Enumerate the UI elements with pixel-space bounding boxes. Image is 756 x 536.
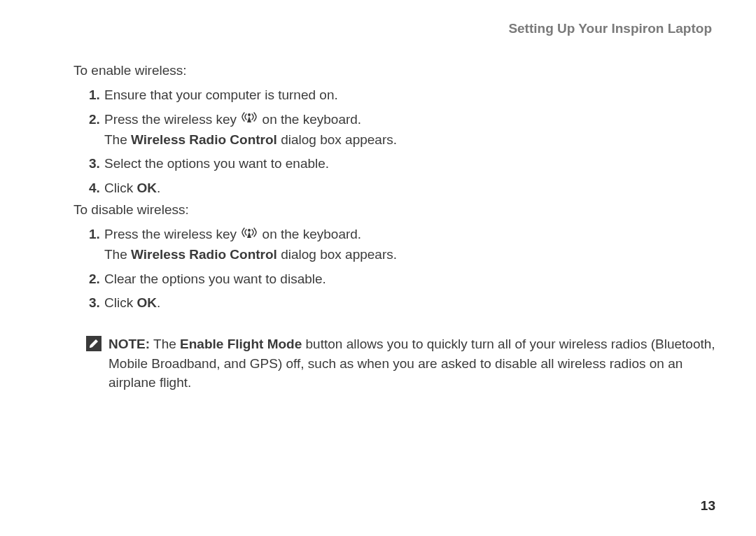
- page-number: 13: [701, 498, 715, 514]
- note-label: NOTE:: [108, 337, 150, 351]
- list-number: 1.: [89, 225, 100, 245]
- list-number: 2.: [89, 110, 100, 130]
- step-text: Press the wireless key: [104, 227, 240, 241]
- list-item: 4. Click OK.: [89, 178, 718, 199]
- step-text: dialog box appears.: [277, 247, 397, 262]
- list-item: 3. Select the options you want to enable…: [89, 154, 718, 174]
- step-text: on the keyboard.: [262, 112, 362, 127]
- list-number: 2.: [89, 269, 100, 290]
- note-pencil-icon: [86, 336, 102, 351]
- note-block: NOTE: The Enable Flight Mode button allo…: [74, 334, 718, 393]
- list-item: 3. Click OK.: [89, 293, 718, 313]
- step-text: Click: [104, 181, 136, 195]
- step-text: Press the wireless key: [104, 112, 240, 127]
- step-bold: Wireless Radio Control: [131, 247, 277, 262]
- wireless-key-icon: [241, 110, 257, 130]
- disable-intro: To disable wireless:: [74, 202, 718, 218]
- enable-steps-list: 1. Ensure that your computer is turned o…: [74, 85, 718, 198]
- wireless-key-icon: [241, 225, 257, 246]
- step-text: The: [104, 132, 131, 147]
- list-number: 3.: [89, 293, 100, 313]
- step-bold: OK: [136, 295, 157, 310]
- list-number: 3.: [89, 154, 100, 174]
- list-item: 2. Press the wireless key on the keyboar…: [89, 110, 718, 150]
- page-header-title: Setting Up Your Inspiron Laptop: [74, 21, 718, 36]
- list-item: 2. Clear the options you want to disable…: [89, 269, 718, 290]
- list-item: 1. Ensure that your computer is turned o…: [89, 85, 718, 106]
- step-text: dialog box appears.: [277, 132, 397, 147]
- step-text: Select the options you want to enable.: [104, 156, 329, 171]
- disable-steps-list: 1. Press the wireless key on the keyboar…: [74, 225, 718, 313]
- step-text: .: [157, 295, 160, 310]
- step-text: Ensure that your computer is turned on.: [104, 87, 338, 102]
- step-text: Clear the options you want to disable.: [104, 271, 326, 286]
- step-text: .: [157, 181, 160, 195]
- step-bold: Wireless Radio Control: [131, 132, 277, 147]
- enable-intro: To enable wireless:: [74, 63, 718, 78]
- step-text: on the keyboard.: [262, 227, 362, 241]
- svg-point-0: [248, 113, 251, 116]
- note-bold: Enable Flight Mode: [180, 337, 302, 351]
- step-text: The: [104, 247, 131, 262]
- step-bold: OK: [136, 181, 157, 195]
- step-text: Click: [104, 295, 136, 310]
- note-text: NOTE: The Enable Flight Mode button allo…: [108, 334, 718, 393]
- list-number: 1.: [89, 85, 100, 106]
- list-number: 4.: [89, 178, 100, 199]
- note-prefix: The: [150, 337, 180, 351]
- svg-point-1: [248, 229, 251, 232]
- list-item: 1. Press the wireless key on the keyboar…: [89, 225, 718, 265]
